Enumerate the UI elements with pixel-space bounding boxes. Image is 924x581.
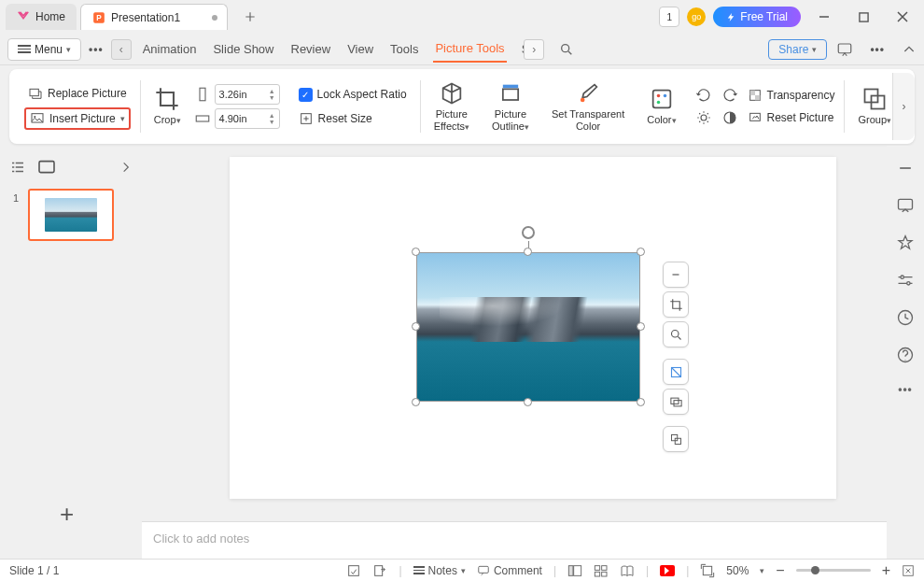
- zoom-out-button[interactable]: −: [776, 562, 784, 579]
- new-tab-button[interactable]: [239, 6, 261, 28]
- sp-chat-icon[interactable]: [896, 196, 915, 215]
- more-menu[interactable]: •••: [89, 43, 104, 56]
- tab-modified-icon[interactable]: [210, 13, 219, 22]
- slide-thumbnail-1[interactable]: 1: [28, 189, 114, 241]
- sp-settings-icon[interactable]: [896, 271, 915, 290]
- sp-history-icon[interactable]: [896, 308, 915, 327]
- rotate-right-icon[interactable]: [721, 87, 738, 104]
- selected-picture[interactable]: [416, 252, 640, 402]
- resize-handle-se[interactable]: [637, 398, 645, 406]
- tab-slideshow[interactable]: Slide Show: [211, 36, 275, 62]
- notes-toggle[interactable]: Notes▾: [413, 564, 466, 577]
- width-input[interactable]: 4.90in▲▼: [215, 108, 280, 129]
- contrast-icon[interactable]: [721, 109, 738, 126]
- tab-picture-tools[interactable]: Picture Tools: [433, 35, 506, 63]
- comment-toggle[interactable]: Comment: [477, 564, 542, 577]
- minimize-button[interactable]: [808, 4, 840, 30]
- zoom-slider[interactable]: [796, 569, 871, 572]
- float-collapse-button[interactable]: [663, 262, 689, 288]
- picture-effects-button[interactable]: Picture Effects▾: [425, 80, 479, 133]
- float-replace-button[interactable]: [663, 389, 689, 415]
- resize-handle-s[interactable]: [524, 398, 532, 406]
- float-zoom-button[interactable]: [663, 321, 689, 347]
- more-options[interactable]: •••: [870, 43, 885, 56]
- user-avatar[interactable]: go: [687, 7, 706, 26]
- transparency-button[interactable]: Transparency: [748, 88, 835, 103]
- picture-outline-button[interactable]: Picture Outline▾: [483, 80, 539, 133]
- play-slideshow-button[interactable]: [660, 565, 675, 576]
- transparency-icon: [748, 88, 763, 103]
- tabs-scroll-right[interactable]: ›: [524, 39, 544, 60]
- slide-view-icon[interactable]: [37, 160, 56, 175]
- slide-canvas[interactable]: [230, 157, 836, 499]
- set-transparent-color-button[interactable]: Set Transparent Color: [542, 80, 634, 133]
- tab-tools[interactable]: Tools: [388, 36, 420, 62]
- svg-point-22: [701, 115, 707, 120]
- menu-button[interactable]: Menu ▾: [7, 38, 81, 61]
- svg-point-18: [657, 101, 661, 105]
- normal-view-icon[interactable]: [567, 564, 582, 577]
- st-export-icon[interactable]: [372, 563, 387, 578]
- reset-picture-button[interactable]: Reset Picture: [748, 110, 834, 125]
- rotate-handle[interactable]: [522, 226, 535, 239]
- chat-icon[interactable]: [836, 41, 853, 58]
- svg-rect-32: [671, 434, 677, 440]
- replace-picture-button[interactable]: Replace Picture: [24, 83, 131, 104]
- add-slide-button[interactable]: +: [60, 500, 74, 529]
- doc-tab[interactable]: P Presentation1: [80, 4, 228, 30]
- color-button[interactable]: Color▾: [637, 86, 685, 126]
- tab-review[interactable]: Review: [289, 36, 333, 62]
- resize-handle-nw[interactable]: [412, 248, 420, 256]
- outline-view-icon[interactable]: [9, 159, 26, 176]
- wps-logo-icon: [17, 10, 30, 23]
- brightness-icon[interactable]: [695, 109, 712, 126]
- svg-rect-21: [755, 95, 760, 100]
- collapse-ribbon-icon[interactable]: [902, 42, 917, 57]
- menubar: Menu ▾ ••• ‹ Animation Slide Show Review…: [0, 34, 924, 65]
- sorter-view-icon[interactable]: [594, 564, 609, 577]
- float-transparency-button[interactable]: [663, 359, 689, 385]
- share-button[interactable]: Share ▾: [768, 39, 827, 60]
- lock-aspect-checkbox[interactable]: ✓ Lock Aspect Ratio: [295, 85, 411, 105]
- resize-handle-w[interactable]: [412, 322, 420, 331]
- reset-size-button[interactable]: Reset Size: [295, 108, 411, 129]
- height-input[interactable]: 3.26in▲▼: [215, 84, 280, 105]
- insert-picture-button[interactable]: Insert Picture ▾: [24, 107, 131, 130]
- ribbon-overflow-button[interactable]: ›: [892, 73, 915, 140]
- tab-animation[interactable]: Animation: [141, 36, 199, 62]
- st-spell-icon[interactable]: [346, 563, 361, 578]
- color-palette-icon: [649, 86, 675, 112]
- svg-point-17: [664, 94, 667, 98]
- sp-more-icon[interactable]: •••: [898, 383, 913, 396]
- chevron-down-icon: ▾: [812, 45, 817, 54]
- resize-handle-e[interactable]: [637, 322, 645, 331]
- maximize-button[interactable]: [847, 4, 879, 30]
- zoom-in-button[interactable]: +: [882, 562, 890, 579]
- search-icon[interactable]: [559, 42, 574, 57]
- free-trial-button[interactable]: Free Trial: [713, 7, 801, 27]
- resize-handle-sw[interactable]: [412, 398, 420, 406]
- float-crop-button[interactable]: [663, 291, 689, 318]
- sp-minus-icon[interactable]: [896, 159, 915, 177]
- close-button[interactable]: [887, 4, 918, 30]
- tab-view[interactable]: View: [345, 36, 375, 62]
- window-counter[interactable]: 1: [659, 7, 679, 27]
- sp-help-icon[interactable]: [896, 346, 915, 364]
- svg-rect-13: [503, 84, 518, 88]
- fit-to-window-icon[interactable]: [902, 564, 915, 577]
- notes-panel[interactable]: Click to add notes: [142, 521, 887, 559]
- rotate-left-icon[interactable]: [695, 87, 712, 104]
- tabs-scroll-left[interactable]: ‹: [111, 39, 132, 60]
- home-tab[interactable]: Home: [6, 4, 77, 30]
- crop-button[interactable]: Crop▾: [145, 86, 190, 126]
- sp-star-icon[interactable]: [896, 234, 915, 252]
- reading-view-icon[interactable]: [620, 564, 635, 577]
- zoom-value[interactable]: 50%: [726, 564, 749, 577]
- reset-picture-icon: [748, 110, 763, 125]
- fit-icon[interactable]: [700, 563, 715, 578]
- resize-handle-n[interactable]: [524, 248, 532, 256]
- chevron-right-icon[interactable]: [119, 161, 133, 174]
- resize-handle-ne[interactable]: [637, 248, 645, 256]
- thumbnails-panel: 1: [0, 148, 142, 521]
- float-more-button[interactable]: [663, 426, 689, 452]
